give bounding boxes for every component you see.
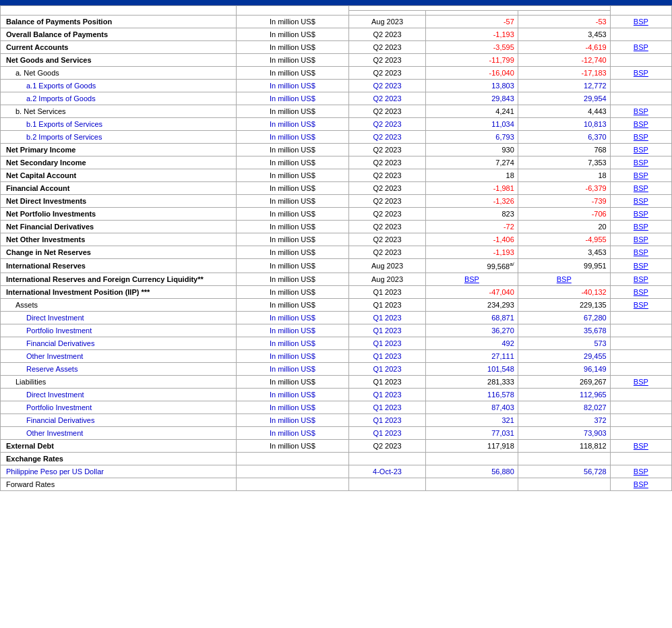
- previous-data-cell[interactable]: BSP: [518, 273, 610, 285]
- unit-cell: In million US$: [236, 16, 348, 28]
- category-cell: Reserve Assets: [1, 362, 237, 375]
- previous-data-cell: -739: [518, 195, 610, 208]
- more-info-cell[interactable]: BSP: [610, 169, 671, 182]
- more-info-cell[interactable]: BSP: [610, 131, 671, 144]
- unit-cell: In million US$: [236, 426, 348, 439]
- latest-data-cell: -1,326: [426, 195, 518, 208]
- table-row: Change in Net ReservesIn million US$Q2 2…: [1, 246, 672, 259]
- more-info-cell[interactable]: BSP: [610, 195, 671, 208]
- more-info-cell[interactable]: BSP: [610, 105, 671, 118]
- table-row: Net Portfolio InvestmentsIn million US$Q…: [1, 208, 672, 221]
- previous-data-cell: 3,453: [518, 246, 610, 259]
- more-info-cell: [610, 324, 671, 337]
- category-cell: b.1 Exports of Services: [1, 118, 237, 131]
- more-info-cell[interactable]: BSP: [610, 478, 671, 490]
- previous-data-cell: [518, 478, 610, 490]
- table-row: Portfolio InvestmentIn million US$Q1 202…: [1, 324, 672, 337]
- table-row: LiabilitiesIn million US$Q1 2023281,3332…: [1, 375, 672, 388]
- latest-data-cell: 29,843: [426, 92, 518, 105]
- table-row: Net Primary IncomeIn million US$Q2 20239…: [1, 144, 672, 156]
- category-cell: b. Net Services: [1, 105, 237, 118]
- date-cell: Q2 2023: [348, 156, 425, 169]
- previous-data-cell: 768: [518, 144, 610, 156]
- unit-cell: In million US$: [236, 337, 348, 349]
- more-info-cell[interactable]: BSP: [610, 144, 671, 156]
- category-cell: Net Capital Account: [1, 169, 237, 182]
- table-row: b.2 Imports of ServicesIn million US$Q2 …: [1, 131, 672, 144]
- category-cell: Net Portfolio Investments: [1, 208, 237, 221]
- date-cell: Q2 2023: [348, 246, 425, 259]
- latest-data-cell: 4,241: [426, 105, 518, 118]
- previous-data-cell: 67,280: [518, 311, 610, 324]
- col-header-moreinfo: [610, 6, 671, 16]
- more-info-cell[interactable]: BSP: [610, 259, 671, 273]
- more-info-cell[interactable]: BSP: [610, 246, 671, 259]
- more-info-cell[interactable]: BSP: [610, 182, 671, 195]
- latest-data-cell: 87,403: [426, 401, 518, 413]
- date-cell: Q1 2023: [348, 413, 425, 426]
- date-cell: Q2 2023: [348, 118, 425, 131]
- category-cell: Direct Investment: [1, 388, 237, 401]
- table-row: Net Capital AccountIn million US$Q2 2023…: [1, 169, 672, 182]
- latest-data-cell: 116,578: [426, 388, 518, 401]
- latest-data-cell: [426, 478, 518, 490]
- more-info-cell[interactable]: BSP: [610, 67, 671, 80]
- more-info-cell: [610, 92, 671, 105]
- date-cell: Q2 2023: [348, 28, 425, 41]
- unit-cell: In million US$: [236, 208, 348, 221]
- col-header-latest: [426, 11, 518, 16]
- more-info-cell[interactable]: BSP: [610, 221, 671, 233]
- category-cell: Liabilities: [1, 375, 237, 388]
- previous-data-cell: 112,965: [518, 388, 610, 401]
- latest-data-cell: -1,981: [426, 182, 518, 195]
- date-cell: Q2 2023: [348, 233, 425, 246]
- unit-cell: In million US$: [236, 131, 348, 144]
- more-info-cell: [610, 54, 671, 67]
- table-row: Financial DerivativesIn million US$Q1 20…: [1, 337, 672, 349]
- previous-data-cell: 73,903: [518, 426, 610, 439]
- date-cell: Q2 2023: [348, 131, 425, 144]
- category-cell: Portfolio Investment: [1, 324, 237, 337]
- unit-cell: In million US$: [236, 349, 348, 362]
- col-header-category: [1, 6, 237, 16]
- category-cell: International Investment Position (IIP) …: [1, 285, 237, 298]
- more-info-cell[interactable]: BSP: [610, 273, 671, 285]
- unit-cell: In million US$: [236, 246, 348, 259]
- unit-cell: In million US$: [236, 375, 348, 388]
- unit-cell: In million US$: [236, 311, 348, 324]
- previous-data-cell: 118,812: [518, 439, 610, 452]
- more-info-cell[interactable]: BSP: [610, 16, 671, 28]
- latest-data-cell: -47,040: [426, 285, 518, 298]
- category-cell: Net Secondary Income: [1, 156, 237, 169]
- table-row: International ReservesIn million US$Aug …: [1, 259, 672, 273]
- latest-data-cell: 77,031: [426, 426, 518, 439]
- table-row: Financial DerivativesIn million US$Q1 20…: [1, 413, 672, 426]
- latest-data-cell[interactable]: BSP: [426, 273, 518, 285]
- more-info-cell[interactable]: BSP: [610, 465, 671, 478]
- unit-cell: In million US$: [236, 388, 348, 401]
- more-info-cell[interactable]: BSP: [610, 375, 671, 388]
- more-info-cell[interactable]: BSP: [610, 156, 671, 169]
- category-cell: External Debt: [1, 439, 237, 452]
- date-cell: Q2 2023: [348, 439, 425, 452]
- more-info-cell[interactable]: BSP: [610, 298, 671, 311]
- date-cell: Q2 2023: [348, 54, 425, 67]
- category-cell: Assets: [1, 298, 237, 311]
- previous-data-cell: 56,728: [518, 465, 610, 478]
- col-header-unit: [236, 6, 348, 16]
- unit-cell: In million US$: [236, 118, 348, 131]
- date-cell: Q1 2023: [348, 401, 425, 413]
- more-info-cell[interactable]: BSP: [610, 439, 671, 452]
- category-cell: Other Investment: [1, 426, 237, 439]
- more-info-cell[interactable]: BSP: [610, 285, 671, 298]
- more-info-cell[interactable]: BSP: [610, 41, 671, 54]
- latest-data-cell: 7,274: [426, 156, 518, 169]
- unit-cell: In million US$: [236, 67, 348, 80]
- more-info-cell[interactable]: BSP: [610, 208, 671, 221]
- table-row: Net Direct InvestmentsIn million US$Q2 2…: [1, 195, 672, 208]
- more-info-cell[interactable]: BSP: [610, 118, 671, 131]
- previous-data-cell: 18: [518, 169, 610, 182]
- more-info-cell[interactable]: BSP: [610, 233, 671, 246]
- table-row: Other InvestmentIn million US$Q1 202377,…: [1, 426, 672, 439]
- table-row: Direct InvestmentIn million US$Q1 202311…: [1, 388, 672, 401]
